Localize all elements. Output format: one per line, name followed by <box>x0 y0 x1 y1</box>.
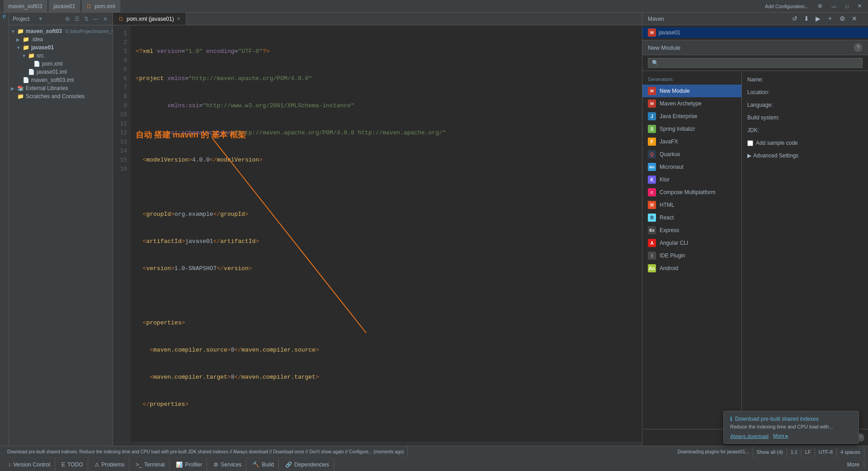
editor-tab-xml-icon: 🗋 <box>118 16 124 22</box>
maven-close-btn[interactable]: ✕ <box>850 14 859 23</box>
project-icon[interactable]: P <box>3 14 6 19</box>
tree-item-scratches[interactable]: 📁 Scratches and Consoles <box>9 92 113 100</box>
generator-java-enterprise[interactable]: J Java Enterprise <box>642 110 741 123</box>
notification-actions: Always download More ▸ <box>730 433 852 439</box>
tree-item-maven-soft03[interactable]: ▼ 📁 maven_soft03 E:\IdeaProject\maven_so… <box>9 27 113 35</box>
status-message: Download pre-built shared indexes: Reduc… <box>4 446 408 457</box>
maximize-btn[interactable]: □ <box>843 3 851 10</box>
generator-android[interactable]: An Android <box>642 262 741 275</box>
nm-search-input[interactable] <box>648 58 863 68</box>
services-icon: ⚙ <box>213 461 218 468</box>
tab-services[interactable]: ⚙ Services <box>209 458 246 471</box>
bottom-bar: ↕ Version Control E TODO ⚠ Problems >_ T… <box>0 457 868 471</box>
tab-problems[interactable]: ⚠ Problems <box>90 458 130 471</box>
line-16: 16 <box>113 165 127 174</box>
add-sample-label[interactable]: Add sample code <box>747 140 863 146</box>
show-all-btn[interactable]: Show all (4) <box>753 446 787 457</box>
config-row-location: Location: <box>747 89 863 95</box>
maven-download-btn[interactable]: ⬇ <box>802 14 811 23</box>
generator-new-module[interactable]: M New Module <box>642 85 741 97</box>
bottom-bar-right: More <box>843 461 864 469</box>
tab-build[interactable]: 🔨 Build <box>248 458 279 471</box>
arrow-src: ▼ <box>22 53 26 58</box>
maven-item-javase01[interactable]: M javase01 <box>642 27 868 38</box>
tree-item-external-libs[interactable]: ▶ 📚 External Libraries <box>9 84 113 92</box>
generator-ktor[interactable]: K Ktor <box>642 173 741 186</box>
line-8: 8 <box>113 92 127 101</box>
generator-javafx[interactable]: F JavaFX <box>642 135 741 148</box>
layout-icon[interactable]: ☰ <box>73 15 81 23</box>
settings-icon[interactable]: ⚙ <box>64 15 71 23</box>
iml-icon-maven-soft03: 📄 <box>23 77 29 83</box>
position-status: 1:1 <box>787 446 802 457</box>
tree-item-idea[interactable]: ▶ 📁 .idea <box>9 35 113 43</box>
more-btn[interactable]: More <box>843 461 864 469</box>
help-btn[interactable]: ? <box>854 43 863 52</box>
gen-label-express: Express <box>660 227 679 233</box>
tab-pom-xml[interactable]: 🗋 pom.xml <box>82 0 120 12</box>
generator-ide-plugin[interactable]: I IDE Plugin <box>642 249 741 262</box>
terminal-icon: >_ <box>136 461 142 468</box>
advanced-settings-label: Advanced Settings <box>753 152 798 159</box>
maven-title: Maven <box>648 16 664 22</box>
label-scratches: Scratches and Consoles <box>26 93 85 100</box>
notification-popup: ℹ Download pre-built shared indexes Redu… <box>723 411 859 444</box>
line-6: 6 <box>113 74 127 83</box>
services-label: Services <box>221 461 241 468</box>
tab-maven-soft03[interactable]: maven_soft03 <box>4 0 47 12</box>
always-download-btn[interactable]: Always download <box>730 433 769 439</box>
add-sample-checkbox[interactable] <box>747 140 753 146</box>
maven-add-btn[interactable]: ＋ <box>825 14 835 24</box>
line-13: 13 <box>113 138 127 147</box>
generator-react[interactable]: R React <box>642 211 741 224</box>
close-panel-icon[interactable]: ✕ <box>102 15 109 23</box>
tree-item-pom-xml[interactable]: 📄 pom.xml <box>9 60 113 68</box>
generator-quarkus[interactable]: Q Quarkus <box>642 148 741 161</box>
gen-label-react: React <box>660 214 674 221</box>
terminal-label: Terminal <box>144 461 165 468</box>
editor-scrollbar[interactable] <box>113 442 642 446</box>
collapse-icon[interactable]: — <box>92 15 100 23</box>
folder-icon-idea: 📁 <box>23 36 29 43</box>
tab-todo[interactable]: E TODO <box>57 458 88 471</box>
close-btn[interactable]: ✕ <box>855 2 864 10</box>
code-content[interactable]: <?xml version="1.0" encoding="UTF-8"?> <… <box>130 25 642 442</box>
tab-javase01[interactable]: javase01 <box>49 0 80 12</box>
code-line-5: <modelVersion>4.0.0</modelVersion> <box>136 156 637 165</box>
generator-micronaut[interactable]: Mn Micronaut <box>642 161 741 173</box>
add-configuration-btn[interactable]: Add Configuration... <box>762 3 811 10</box>
tree-item-src[interactable]: ▼ 📁 src <box>9 52 113 60</box>
gen-label-micronaut: Micronaut <box>660 164 684 170</box>
minimize-btn[interactable]: — <box>829 3 839 10</box>
code-line-15 <box>136 427 637 436</box>
maven-settings-btn[interactable]: ⚙ <box>838 14 847 23</box>
new-module-body: Generators M New Module M Maven Archetyp… <box>642 71 868 429</box>
tree-item-maven-soft03-iml[interactable]: 📄 maven_soft03.iml <box>9 76 113 84</box>
code-line-1: <?xml version="1.0" encoding="UTF-8"?> <box>136 47 637 56</box>
tab-dependencies[interactable]: 🔗 Dependencies <box>281 458 334 471</box>
generator-html[interactable]: H HTML <box>642 199 741 211</box>
advanced-settings-btn[interactable]: ▶ Advanced Settings <box>747 152 863 159</box>
tab-profiler[interactable]: 📊 Profiler <box>171 458 207 471</box>
tab-version-control[interactable]: ↕ Version Control <box>4 458 55 471</box>
editor-tab-pom-xml[interactable]: 🗋 pom.xml (javase01) ✕ <box>113 13 186 25</box>
generator-angular[interactable]: A Angular CLI <box>642 237 741 249</box>
generator-compose[interactable]: C Compose Multiplatform <box>642 186 741 199</box>
editor-tab-close-icon[interactable]: ✕ <box>177 16 180 21</box>
maven-run-btn[interactable]: ▶ <box>814 14 822 23</box>
tab-terminal[interactable]: >_ Terminal <box>131 458 170 471</box>
line-1: 1 <box>113 29 127 38</box>
generator-express[interactable]: Ex Express <box>642 224 741 237</box>
tree-item-javase01-iml[interactable]: 📄 javase01.iml <box>9 68 113 76</box>
gen-icon-express: Ex <box>648 226 656 234</box>
gen-label-angular: Angular CLI <box>660 240 688 246</box>
maven-refresh-btn[interactable]: ↺ <box>790 14 799 23</box>
generator-maven-archetype[interactable]: M Maven Archetype <box>642 97 741 110</box>
line-2: 2 <box>113 38 127 47</box>
tree-item-javase01[interactable]: ▼ 📁 javase01 <box>9 43 113 52</box>
sort-icon[interactable]: ⇅ <box>83 15 90 23</box>
more-btn[interactable]: More ▸ <box>773 433 788 439</box>
settings-btn[interactable]: ⚙ <box>815 2 825 10</box>
generator-spring[interactable]: S Spring Initializr <box>642 123 741 135</box>
gen-label-ide: IDE Plugin <box>660 252 685 259</box>
